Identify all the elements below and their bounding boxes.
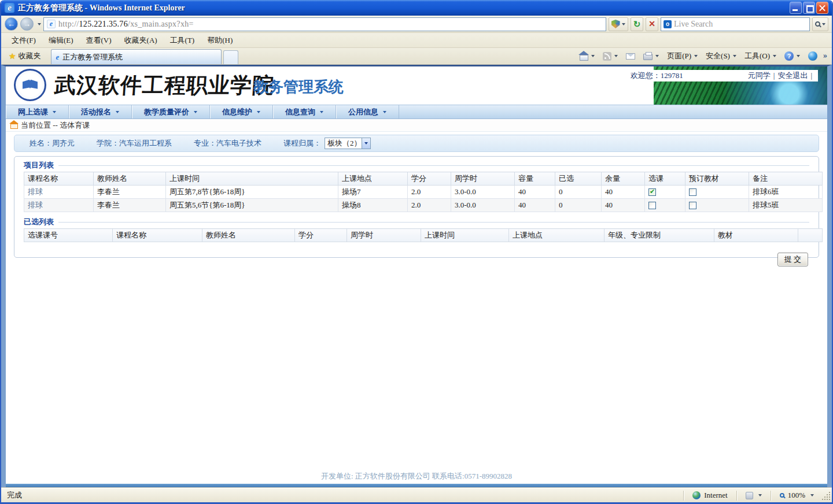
- address-bar: ← → e http://125.221.35.76/xs_main.aspx?…: [1, 16, 832, 33]
- menu-help[interactable]: 帮助(H): [201, 34, 238, 47]
- cell-remaining: 40: [602, 199, 645, 212]
- cell-note: 排球6班: [749, 186, 823, 199]
- col-note: 备注: [749, 172, 823, 186]
- nav-item-online-course-selection[interactable]: 网上选课: [6, 105, 69, 118]
- course-link[interactable]: 排球: [28, 187, 43, 196]
- reserve-textbook-checkbox[interactable]: ✔: [689, 188, 696, 196]
- history-dropdown-icon[interactable]: [38, 23, 41, 25]
- compatibility-shield-button[interactable]: [609, 17, 628, 31]
- col-weekly-hours: 周学时: [347, 229, 421, 242]
- reserve-textbook-checkbox[interactable]: ✔: [689, 202, 696, 209]
- select-course-checkbox[interactable]: ✔: [648, 202, 656, 209]
- back-button[interactable]: ←: [5, 17, 18, 31]
- read-mail-button[interactable]: [624, 53, 637, 60]
- new-tab-button[interactable]: [223, 50, 238, 64]
- main-nav: 网上选课 活动报名 教学质量评价 信息维护 信息查询 公用信息: [6, 105, 827, 119]
- minimize-button[interactable]: [790, 2, 802, 14]
- maximize-button[interactable]: [803, 2, 815, 14]
- submit-button[interactable]: 提 交: [777, 253, 808, 266]
- menu-favorites[interactable]: 收藏夹(A): [119, 34, 163, 47]
- course-group-select[interactable]: 板块（2）: [325, 138, 371, 149]
- cell-teacher: 李春兰: [94, 199, 166, 212]
- command-toolbar: 页面(P) 安全(S) 工具(O) ? »: [577, 48, 830, 64]
- course-row: 排球 李春兰 周五第5,6节{第6-18周} 操场8 2.0 3.0-0.0 4…: [24, 199, 823, 212]
- status-bar: 完成 Internet 100%: [1, 488, 832, 502]
- col-textbook: 教材: [714, 229, 798, 242]
- cell-enrolled: 0: [555, 186, 602, 199]
- refresh-button[interactable]: ↻: [631, 17, 644, 31]
- favorites-button[interactable]: ★ 收藏夹: [3, 49, 46, 63]
- protected-mode-icon: [746, 492, 753, 499]
- nav-item-public-info[interactable]: 公用信息: [336, 105, 399, 118]
- welcome-bar: 欢迎您：129781 元同学 | 安全退出 |: [628, 70, 818, 81]
- nav-item-info-maintenance[interactable]: 信息维护: [210, 105, 273, 118]
- available-courses-title: 项目列表: [24, 160, 54, 171]
- messenger-button[interactable]: [806, 51, 820, 61]
- nav-label: 信息查询: [285, 107, 315, 117]
- home-button[interactable]: [577, 52, 597, 61]
- logout-link[interactable]: 安全退出: [777, 71, 808, 81]
- security-zone-indicator: Internet: [688, 491, 732, 500]
- search-provider-icon[interactable]: o: [664, 20, 672, 28]
- col-selection-number: 选课课号: [24, 229, 113, 242]
- active-tab[interactable]: e 正方教务管理系统: [51, 49, 222, 64]
- help-button[interactable]: ?: [782, 51, 802, 61]
- welcome-separator-2: |: [808, 71, 815, 80]
- col-class-time: 上课时间: [421, 229, 509, 242]
- select-arrow-button[interactable]: [362, 138, 371, 149]
- search-box: o: [661, 17, 810, 31]
- url-field[interactable]: e http://125.221.35.76/xs_main.aspx?xh=: [43, 17, 606, 31]
- nav-item-info-query[interactable]: 信息查询: [273, 105, 336, 118]
- search-button[interactable]: [812, 17, 828, 31]
- nav-label: 教学质量评价: [144, 107, 189, 117]
- chevron-down-icon: [116, 111, 119, 113]
- footer-text: 开发单位: 正方软件股份有限公司 联系电话:0571-89902828: [6, 471, 827, 481]
- page-menu-button[interactable]: 页面(P): [665, 51, 700, 61]
- chevron-down-icon: [758, 494, 762, 496]
- select-course-checkbox[interactable]: ✔: [648, 188, 656, 196]
- feeds-button[interactable]: [600, 52, 620, 61]
- nav-label: 网上选课: [18, 107, 48, 117]
- nav-item-teaching-quality-evaluation[interactable]: 教学质量评价: [132, 105, 210, 118]
- zoom-control[interactable]: 100%: [775, 491, 819, 500]
- stop-button[interactable]: ✕: [646, 17, 658, 31]
- safety-menu-button[interactable]: 安全(S): [703, 51, 739, 61]
- menu-tools[interactable]: 工具(T): [164, 34, 201, 47]
- forward-button[interactable]: →: [20, 17, 34, 31]
- url-host: 125.221.35.76: [79, 20, 128, 28]
- tools-menu-label: 工具(O): [744, 51, 770, 61]
- search-options-dropdown-icon[interactable]: [822, 23, 825, 25]
- print-dropdown-icon[interactable]: [655, 55, 659, 57]
- status-separator: [771, 491, 771, 501]
- resize-grip[interactable]: [821, 491, 831, 501]
- col-course-name: 课程名称: [113, 229, 202, 242]
- course-row: 排球 李春兰 周五第7,8节{第6-18周} 操场7 2.0 3.0-0.0 4…: [24, 186, 823, 199]
- nav-item-activity-signup[interactable]: 活动报名: [69, 105, 132, 118]
- menu-edit[interactable]: 编辑(E): [43, 34, 79, 47]
- page-favicon: e: [47, 20, 56, 28]
- toolbar-overflow-button[interactable]: »: [823, 51, 827, 61]
- student-major: 专业：汽车电子技术: [194, 138, 261, 149]
- available-courses-table: 课程名称 教师姓名 上课时间 上课地点 学分 周学时 容量 已选 余量 选课 预…: [24, 172, 823, 212]
- col-course-name: 课程名称: [24, 172, 94, 186]
- course-link[interactable]: 排球: [28, 201, 43, 209]
- selected-courses-legend: 已选列表: [24, 217, 809, 227]
- site-header: 武汉软件工程职业学院 教务管理系统 欢迎您：129781 元同学 | 安全退出 …: [6, 66, 827, 105]
- safety-menu-label: 安全(S): [706, 51, 730, 61]
- home-dropdown-icon[interactable]: [591, 55, 595, 57]
- close-button[interactable]: [816, 2, 828, 14]
- help-dropdown-icon: [797, 55, 800, 57]
- chevron-down-icon: [364, 142, 368, 144]
- col-class-location: 上课地点: [338, 172, 408, 186]
- col-empty: [798, 229, 823, 242]
- welcome-suffix: 元同学: [748, 71, 771, 81]
- protected-mode-button[interactable]: [741, 492, 766, 499]
- menu-view[interactable]: 查看(V): [80, 34, 117, 47]
- search-input[interactable]: [674, 20, 807, 29]
- footer-strip: [6, 484, 827, 488]
- status-text: 完成: [1, 490, 679, 501]
- print-button[interactable]: [641, 52, 661, 60]
- tools-menu-button[interactable]: 工具(O): [742, 51, 779, 61]
- col-select: 选课: [645, 172, 685, 186]
- menu-file[interactable]: 文件(F): [6, 34, 42, 47]
